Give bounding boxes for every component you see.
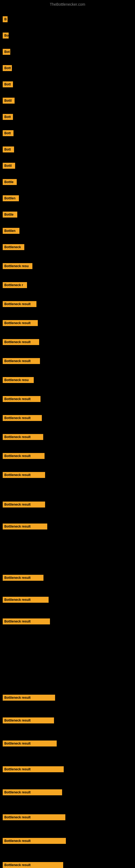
bottleneck-item-40: Bottleneck result [3, 862, 63, 868]
bottleneck-item-7: Bott [3, 114, 13, 120]
bottleneck-item-23: Bottleneck result [3, 396, 41, 402]
bottleneck-item-5: Bott [3, 82, 13, 87]
site-title: TheBottlenecker.com [0, 0, 135, 9]
bottleneck-item-21: Bottleneck result [3, 358, 40, 364]
bottleneck-item-12: Bottlen [3, 195, 19, 201]
bottleneck-item-2: Bo [3, 33, 9, 38]
bottleneck-item-36: Bottleneck result [3, 766, 64, 772]
bottleneck-item-10: Bottl [3, 163, 15, 169]
bottleneck-item-4: Bott [3, 65, 12, 71]
bottleneck-item-27: Bottleneck result [3, 472, 45, 478]
bottleneck-item-39: Bottleneck result [3, 838, 66, 844]
bottleneck-item-18: Bottleneck result [3, 301, 37, 307]
bottleneck-item-30: Bottleneck result [3, 575, 43, 581]
bottleneck-item-25: Bottleneck result [3, 434, 43, 440]
bottleneck-item-6: Bottl [3, 98, 14, 104]
bottleneck-item-16: Bottleneck resu [3, 263, 32, 269]
bottleneck-item-35: Bottleneck result [3, 741, 57, 746]
bottleneck-item-20: Bottleneck result [3, 339, 39, 345]
bottleneck-item-14: Bottlen [3, 228, 19, 234]
bottleneck-item-17: Bottleneck r [3, 282, 27, 288]
bottleneck-item-33: Bottleneck result [3, 695, 55, 701]
bottleneck-item-19: Bottleneck result [3, 320, 38, 326]
bottleneck-item-3: Bot [3, 49, 10, 55]
bottleneck-item-13: Bottle [3, 212, 17, 218]
bottleneck-item-15: Bottleneck [3, 244, 24, 250]
bottleneck-item-31: Bottleneck result [3, 597, 49, 603]
bottleneck-item-11: Bottle [3, 179, 17, 185]
bottleneck-item-34: Bottleneck result [3, 717, 54, 723]
bottleneck-item-8: Bott [3, 130, 13, 136]
bottleneck-item-38: Bottleneck result [3, 814, 65, 820]
bottleneck-item-37: Bottleneck result [3, 789, 62, 795]
bottleneck-item-22: Bottleneck resu [3, 377, 34, 383]
bottleneck-item-1: B [3, 16, 8, 22]
bottleneck-item-32: Bottleneck result [3, 618, 50, 624]
bottleneck-item-28: Bottleneck result [3, 501, 45, 507]
bottleneck-item-29: Bottleneck result [3, 524, 47, 529]
bottleneck-item-9: Bott [3, 147, 14, 152]
bottleneck-item-24: Bottleneck result [3, 415, 42, 421]
bottleneck-item-26: Bottleneck result [3, 453, 45, 459]
